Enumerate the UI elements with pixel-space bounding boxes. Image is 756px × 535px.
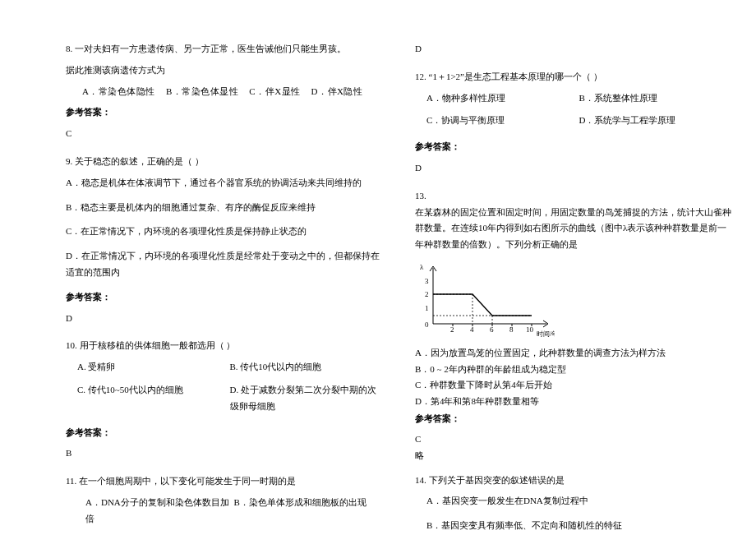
svg-text:8: 8 bbox=[509, 325, 514, 334]
question-11: 11. 在一个细胞周期中，以下变化可能发生于同一时期的是 A．DNA分子的复制和… bbox=[66, 473, 382, 535]
question-10: 10. 用于核移植的供体细胞一般都选用（ ） A. 受精卵 B. 传代10代以内… bbox=[66, 338, 382, 462]
q13-answer-label: 参考答案： bbox=[415, 412, 731, 427]
q8-optA: A．常染色体隐性 bbox=[82, 86, 155, 96]
q14-optB: B．基因突变具有频率低、不定向和随机性的特征 bbox=[415, 518, 731, 534]
q8-line1: 8. 一对夫妇有一方患遗传病、另一方正常，医生告诫他们只能生男孩。 bbox=[66, 41, 382, 58]
q9-optD: D．在正常情况下，内环境的各项理化性质是经常处于变动之中的，但都保持在适宜的范围… bbox=[66, 248, 382, 281]
q9-optC: C．在正常情况下，内环境的各项理化性质是保持静止状态的 bbox=[66, 224, 382, 240]
svg-text:3: 3 bbox=[425, 277, 429, 285]
q10-answer-label: 参考答案： bbox=[66, 425, 382, 441]
q12-optA: A．物种多样性原理 bbox=[426, 90, 579, 107]
exam-page: 8. 一对夫妇有一方患遗传病、另一方正常，医生告诫他们只能生男孩。 据此推测该病… bbox=[0, 0, 756, 535]
q11-optA: A．DNA分子的复制和染色体数目加倍 bbox=[85, 495, 234, 528]
svg-text:10: 10 bbox=[526, 325, 534, 334]
q10-text: 10. 用于核移植的供体细胞一般都选用（ ） bbox=[66, 338, 382, 354]
question-14: 14. 下列关于基因突变的叙述错误的是 A．基因突变一般发生在DNA复制过程中 … bbox=[415, 473, 731, 535]
q10-optC: C. 传代10~50代以内的细胞 bbox=[77, 382, 230, 415]
q9-optA: A．稳态是机体在体液调节下，通过各个器官系统的协调活动来共同维持的 bbox=[66, 175, 382, 191]
q14-stem: 下列关于基因突变的叙述错误的是 bbox=[429, 475, 565, 485]
q9-text: 9. 关于稳态的叙述，正确的是（ ） bbox=[66, 154, 382, 170]
svg-text:0: 0 bbox=[425, 321, 429, 329]
chart-xlabel: 时间/年 bbox=[537, 330, 555, 338]
q11-stem: 在一个细胞周期中，以下变化可能发生于同一时期的是 bbox=[79, 476, 296, 486]
q9-optB: B．稳态主要是机体内的细胞通过复杂、有序的酶促反应来维持 bbox=[66, 200, 382, 216]
q11-answer: D bbox=[415, 41, 731, 58]
q8-answer: C bbox=[66, 126, 382, 142]
question-8: 8. 一对夫妇有一方患遗传病、另一方正常，医生告诫他们只能生男孩。 据此推测该病… bbox=[66, 41, 382, 142]
q14-text: 14. 下列关于基因突变的叙述错误的是 bbox=[415, 473, 731, 489]
q13-options: A．因为放置鸟笼的位置固定，此种群数量的调查方法为样方法 B．0 ~ 2年内种群… bbox=[415, 346, 731, 427]
q9-stem: 关于稳态的叙述，正确的是（ ） bbox=[75, 156, 204, 166]
q8-optB: B．常染色体显性 bbox=[166, 86, 238, 96]
q11-text: 11. 在一个细胞周期中，以下变化可能发生于同一时期的是 bbox=[66, 473, 382, 490]
q12-options: A．物种多样性原理 B．系统整体性原理 C．协调与平衡原理 D．系统学与工程学原… bbox=[415, 90, 731, 136]
q11-options: A．DNA分子的复制和染色体数目加倍 B．染色单体形成和细胞板的出现 C．着丝点… bbox=[66, 495, 382, 535]
q10-optB: B. 传代10代以内的细胞 bbox=[230, 359, 383, 376]
q8-num: 8. bbox=[66, 44, 72, 53]
q8-options: A．常染色体隐性 B．常染色体显性 C．伴X显性 D．伴X隐性 bbox=[66, 84, 382, 100]
left-column: 8. 一对夫妇有一方患遗传病、另一方正常，医生告诫他们只能生男孩。 据此推测该病… bbox=[66, 41, 382, 535]
q13-answer: C bbox=[415, 431, 731, 448]
q12-text: 12. “1＋1>2”是生态工程基本原理的哪一个（ ） bbox=[415, 69, 731, 85]
q11-optB: B．染色单体形成和细胞板的出现 bbox=[234, 495, 383, 528]
question-9: 9. 关于稳态的叙述，正确的是（ ） A．稳态是机体在体液调节下，通过各个器官系… bbox=[66, 154, 382, 326]
q13-note: 略 bbox=[415, 448, 731, 464]
q9-num: 9. bbox=[66, 156, 72, 166]
right-column: D 12. “1＋1>2”是生态工程基本原理的哪一个（ ） A．物种多样性原理 … bbox=[415, 41, 731, 535]
q10-options: A. 受精卵 B. 传代10代以内的细胞 C. 传代10~50代以内的细胞 D.… bbox=[66, 359, 382, 421]
svg-text:1: 1 bbox=[425, 304, 429, 312]
q12-optB: B．系统整体性原理 bbox=[579, 90, 732, 107]
q13-num: 13. bbox=[415, 188, 731, 205]
q12-stem: “1＋1>2”是生态工程基本原理的哪一个（ ） bbox=[429, 71, 602, 81]
lambda-chart-icon: λ 3 2 1 0 2 4 6 8 10 时间/年 bbox=[415, 260, 555, 338]
q9-answer: D bbox=[66, 311, 382, 327]
q9-answer-label: 参考答案： bbox=[66, 289, 382, 306]
q12-num: 12. bbox=[415, 71, 426, 81]
svg-text:4: 4 bbox=[470, 325, 474, 334]
q12-optC: C．协调与平衡原理 bbox=[426, 113, 579, 129]
q8-answer-label: 参考答案： bbox=[66, 104, 382, 121]
svg-text:6: 6 bbox=[490, 325, 494, 334]
q8-optD: D．伴X隐性 bbox=[311, 86, 363, 96]
q10-optD: D. 处于减数分裂第二次分裂中期的次级卵母细胞 bbox=[230, 382, 383, 415]
q10-stem: 用于核移植的供体细胞一般都选用（ ） bbox=[80, 340, 236, 350]
q8-optC: C．伴X显性 bbox=[249, 86, 300, 96]
q13-optC: C．种群数量下降时从第4年后开始 bbox=[415, 378, 731, 393]
svg-text:2: 2 bbox=[450, 325, 454, 334]
q8-text1: 一对夫妇有一方患遗传病、另一方正常，医生告诫他们只能生男孩。 bbox=[75, 44, 346, 53]
q12-answer-label: 参考答案： bbox=[415, 139, 731, 155]
q10-num: 10. bbox=[66, 340, 77, 350]
q13-text: 在某森林的固定位置和固定时间，用固定数量的鸟笼捕捉的方法，统计大山雀种群数量。在… bbox=[415, 205, 731, 253]
svg-text:λ: λ bbox=[420, 263, 424, 271]
q13-optD: D．第4年和第8年种群数量相等 bbox=[415, 394, 731, 409]
q13-optB: B．0 ~ 2年内种群的年龄组成为稳定型 bbox=[415, 362, 731, 377]
q12-answer: D bbox=[415, 160, 731, 177]
q10-answer: B bbox=[66, 445, 382, 462]
q12-optD: D．系统学与工程学原理 bbox=[579, 113, 732, 129]
svg-text:2: 2 bbox=[425, 290, 429, 298]
question-12: 12. “1＋1>2”是生态工程基本原理的哪一个（ ） A．物种多样性原理 B．… bbox=[415, 69, 731, 177]
q13-chart: λ 3 2 1 0 2 4 6 8 10 时间/年 bbox=[415, 260, 731, 338]
q13-optA: A．因为放置鸟笼的位置固定，此种群数量的调查方法为样方法 bbox=[415, 346, 731, 361]
q14-optA: A．基因突变一般发生在DNA复制过程中 bbox=[415, 493, 731, 510]
q11-num: 11. bbox=[66, 476, 76, 486]
q14-num: 14. bbox=[415, 475, 426, 485]
q10-optA: A. 受精卵 bbox=[77, 359, 230, 376]
q8-line2: 据此推测该病遗传方式为 bbox=[66, 62, 382, 79]
question-13: 13. 在某森林的固定位置和固定时间，用固定数量的鸟笼捕捉的方法，统计大山雀种群… bbox=[415, 188, 731, 464]
